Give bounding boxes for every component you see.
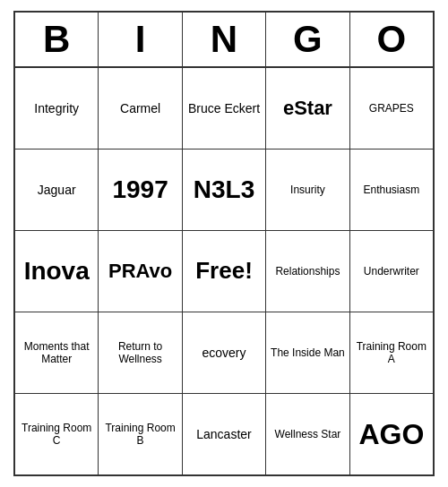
bingo-cell: Enthusiasm xyxy=(350,150,433,230)
bingo-cell: Carmel xyxy=(99,68,182,149)
bingo-header: BINGO xyxy=(15,13,433,68)
bingo-row: InovaPRAvoFree!RelationshipsUnderwriter xyxy=(15,231,433,312)
bingo-cell: Lancaster xyxy=(183,394,266,474)
bingo-row: Jaguar1997N3L3InsurityEnthusiasm xyxy=(15,150,433,231)
bingo-header-letter: I xyxy=(99,13,182,66)
bingo-card: BINGO IntegrityCarmelBruce EckerteStarGR… xyxy=(13,11,435,476)
bingo-cell: Moments that Matter xyxy=(15,312,99,393)
bingo-row: IntegrityCarmelBruce EckerteStarGRAPES xyxy=(15,68,433,150)
bingo-cell: ecovery xyxy=(183,312,266,393)
bingo-cell: Inova xyxy=(15,231,99,312)
bingo-cell: Insurity xyxy=(266,150,349,230)
bingo-cell: AGO xyxy=(350,394,433,474)
bingo-cell: Free! xyxy=(183,231,266,312)
bingo-cell: Training Room B xyxy=(99,394,182,474)
bingo-body: IntegrityCarmelBruce EckerteStarGRAPESJa… xyxy=(15,68,433,474)
bingo-cell: N3L3 xyxy=(183,150,266,230)
bingo-cell: Integrity xyxy=(15,68,99,149)
bingo-cell: GRAPES xyxy=(350,68,433,149)
bingo-row: Training Room CTraining Room BLancasterW… xyxy=(15,394,433,474)
bingo-cell: Training Room A xyxy=(350,312,433,393)
bingo-cell: 1997 xyxy=(99,150,182,230)
bingo-cell: Wellness Star xyxy=(266,394,349,474)
bingo-cell: Jaguar xyxy=(15,150,99,230)
bingo-cell: Relationships xyxy=(266,231,349,312)
bingo-header-letter: G xyxy=(266,13,349,66)
bingo-cell: Bruce Eckert xyxy=(183,68,266,149)
bingo-header-letter: N xyxy=(183,13,266,66)
bingo-cell: eStar xyxy=(266,68,349,149)
bingo-cell: Return to Wellness xyxy=(99,312,182,393)
bingo-cell: PRAvo xyxy=(99,231,182,312)
bingo-cell: Underwriter xyxy=(350,231,433,312)
bingo-cell: Training Room C xyxy=(15,394,99,474)
bingo-row: Moments that MatterReturn to Wellnesseco… xyxy=(15,312,433,394)
bingo-header-letter: O xyxy=(350,13,433,66)
bingo-cell: The Inside Man xyxy=(266,312,349,393)
bingo-header-letter: B xyxy=(15,13,99,66)
